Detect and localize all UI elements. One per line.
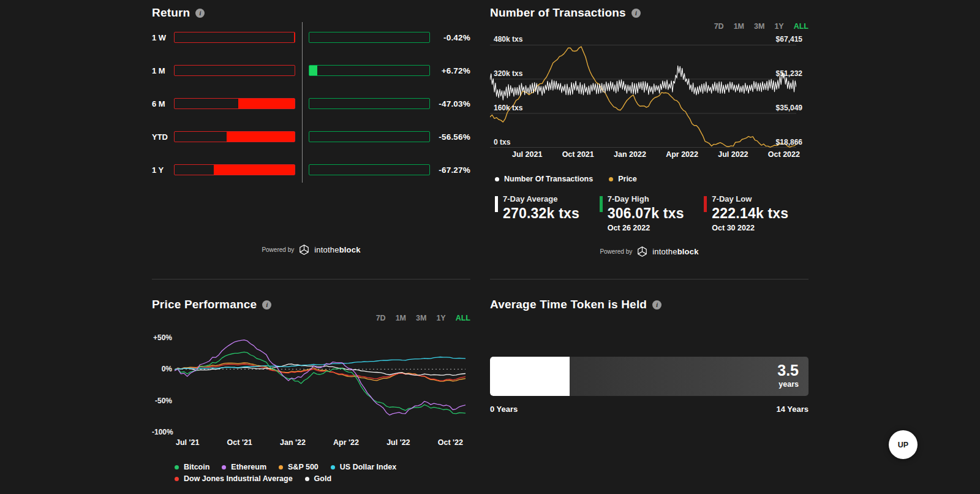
return-row: 1 M+6.72%: [152, 65, 470, 76]
return-bar-fill: [227, 132, 295, 142]
negative-return-bar: [174, 131, 295, 142]
time-range-tabs: 7D1M3M1YALL: [490, 22, 809, 31]
range-tab-all[interactable]: ALL: [456, 314, 470, 323]
return-period-label: 6 M: [152, 99, 174, 108]
range-tab-all[interactable]: ALL: [794, 22, 809, 31]
price-performance-header: Price Performance i: [152, 298, 470, 311]
negative-return-bar: [174, 98, 295, 109]
stat-marker-icon: [495, 196, 498, 212]
legend-dot-icon: [305, 477, 309, 481]
legend-row: BitcoinEthereumS&P 500US Dollar Index: [175, 463, 470, 471]
y-axis-tick: -50%: [152, 397, 172, 405]
intotheblock-logo-icon: [298, 244, 310, 256]
y-axis-tick-left: 320k txs: [494, 69, 522, 78]
transactions-chart[interactable]: 480k txs320k txs160k txs0 txs$67,415$51,…: [490, 36, 809, 148]
avg-held-min-label: 0 Years: [490, 405, 518, 414]
positive-return-bar: [309, 164, 430, 175]
return-row: 6 M-47.03%: [152, 98, 470, 109]
stat-label: 7-Day Average: [503, 194, 579, 203]
powered-by-link[interactable]: Powered by intotheblock: [152, 244, 470, 256]
range-tab-1m[interactable]: 1M: [734, 22, 744, 31]
return-row: 1 Y-67.27%: [152, 164, 470, 175]
chart-legend: BitcoinEthereumS&P 500US Dollar IndexDow…: [175, 463, 470, 483]
x-axis-label: Oct 2021: [562, 150, 594, 159]
return-value: +6.72%: [437, 66, 470, 75]
avg-held-value: 3.5: [777, 362, 799, 379]
zero-axis-divider: [302, 22, 303, 183]
range-tab-1y[interactable]: 1Y: [774, 22, 783, 31]
stat-date: Oct 30 2022: [712, 224, 788, 232]
intotheblock-brand: intotheblock: [652, 247, 698, 256]
avg-held-panel: Average Time Token is Held i 3.5 years 0…: [490, 279, 809, 414]
return-period-label: 1 M: [152, 66, 174, 75]
avg-held-header: Average Time Token is Held i: [490, 298, 809, 311]
range-tab-1y[interactable]: 1Y: [436, 314, 445, 323]
legend-label: Number Of Transactions: [504, 175, 593, 183]
scroll-up-button[interactable]: UP: [889, 430, 918, 459]
transactions-panel: Number of Transactions i 7D1M3M1YALL 480…: [490, 0, 809, 279]
stat-value: 270.32k txs: [503, 205, 579, 222]
x-axis-label: Jul '21: [176, 438, 199, 447]
avg-held-fill: [490, 357, 570, 396]
legend-dot-icon: [495, 177, 499, 181]
legend-dot-icon: [175, 465, 179, 469]
legend-item: Dow Jones Industrial Average: [175, 474, 293, 483]
legend-item: Bitcoin: [175, 463, 209, 471]
stat-card: 7-Day High306.07k txsOct 26 2022: [600, 194, 704, 232]
range-tab-3m[interactable]: 3M: [754, 22, 764, 31]
y-axis-tick: -100%: [152, 428, 172, 436]
return-row: YTD-56.56%: [152, 131, 470, 142]
positive-return-bar: [309, 32, 430, 43]
positive-return-bar: [309, 131, 430, 142]
info-icon[interactable]: i: [262, 300, 271, 310]
return-period-label: YTD: [152, 132, 174, 142]
y-axis-tick-right: $67,415: [776, 35, 802, 44]
x-axis-label: Jan '22: [280, 438, 306, 447]
return-bar-fill: [214, 165, 295, 175]
legend-label: Price: [618, 175, 637, 183]
range-tab-7d[interactable]: 7D: [376, 314, 386, 323]
legend-label: US Dollar Index: [340, 463, 396, 471]
stat-date: Oct 26 2022: [608, 224, 684, 232]
x-axis-label: Oct 2022: [768, 150, 800, 159]
info-icon[interactable]: i: [652, 300, 662, 310]
price-performance-chart[interactable]: +50%0%-50%-100%: [152, 333, 470, 437]
legend-label: Dow Jones Industrial Average: [184, 474, 293, 483]
stat-body: 7-Day Low222.14k txsOct 30 2022: [712, 194, 788, 232]
chart-legend: Number Of TransactionsPrice: [495, 175, 809, 183]
return-bar-fill: [309, 66, 317, 75]
range-tab-1m[interactable]: 1M: [396, 314, 406, 323]
x-axis-label: Jul 2022: [718, 150, 748, 159]
legend-dot-icon: [331, 465, 335, 469]
stat-body: 7-Day High306.07k txsOct 26 2022: [608, 194, 684, 232]
stat-body: 7-Day Average270.32k txs: [503, 194, 579, 232]
return-panel-title: Return: [152, 6, 190, 20]
return-value: -47.03%: [437, 99, 470, 108]
range-tab-3m[interactable]: 3M: [416, 314, 426, 323]
price-performance-panel: Price Performance i 7D1M3M1YALL +50%0%-5…: [152, 279, 470, 483]
y-axis-tick-right: $35,049: [776, 104, 802, 112]
powered-by-link[interactable]: Powered by intotheblock: [490, 246, 809, 257]
y-axis-tick-left: 0 txs: [494, 138, 510, 146]
return-bar-fill: [238, 99, 295, 108]
stat-label: 7-Day High: [608, 194, 684, 203]
return-value: -0.42%: [437, 33, 470, 42]
return-value: -56.56%: [437, 132, 470, 142]
info-icon[interactable]: i: [631, 9, 641, 18]
avg-held-value-block: 3.5 years: [777, 362, 799, 389]
legend-dot-icon: [175, 477, 179, 481]
stat-label: 7-Day Low: [712, 194, 788, 203]
avg-held-range: 0 Years 14 Years: [490, 405, 809, 414]
return-panel-header: Return i: [152, 0, 470, 20]
intotheblock-brand: intotheblock: [314, 245, 360, 254]
return-row: 1 W-0.42%: [152, 32, 470, 43]
x-axis-label: Jul 2021: [512, 150, 542, 159]
legend-label: Gold: [314, 474, 331, 483]
return-bar-fill: [294, 32, 295, 42]
info-icon[interactable]: i: [195, 9, 205, 18]
legend-label: Bitcoin: [184, 463, 209, 471]
stat-value: 222.14k txs: [712, 205, 788, 222]
stat-card: 7-Day Average270.32k txs: [495, 194, 600, 232]
range-tab-7d[interactable]: 7D: [714, 22, 724, 31]
seven-day-stats: 7-Day Average270.32k txs7-Day High306.07…: [495, 194, 809, 232]
